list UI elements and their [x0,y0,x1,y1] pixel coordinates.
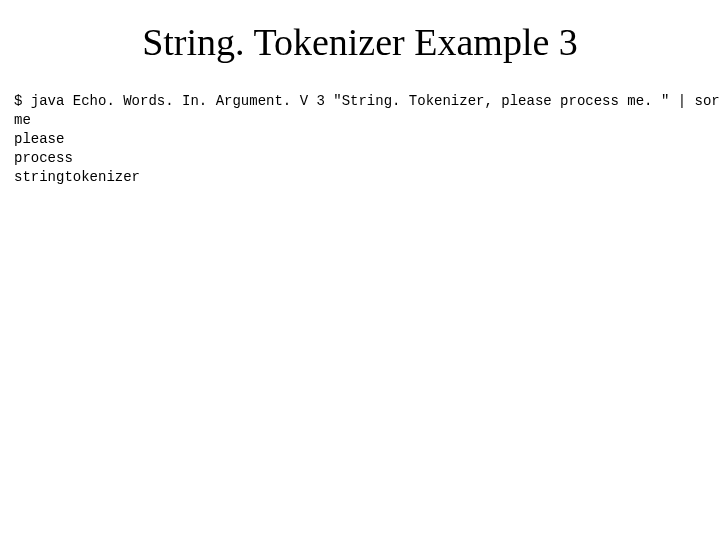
code-line-output: please [14,131,64,147]
code-block: $ java Echo. Words. In. Argument. V 3 "S… [10,92,710,186]
slide-container: String. Tokenizer Example 3 $ java Echo.… [0,0,720,540]
code-line-command: $ java Echo. Words. In. Argument. V 3 "S… [14,93,720,109]
code-line-output: stringtokenizer [14,169,140,185]
code-line-output: me [14,112,31,128]
code-line-output: process [14,150,73,166]
slide-title: String. Tokenizer Example 3 [10,20,710,64]
